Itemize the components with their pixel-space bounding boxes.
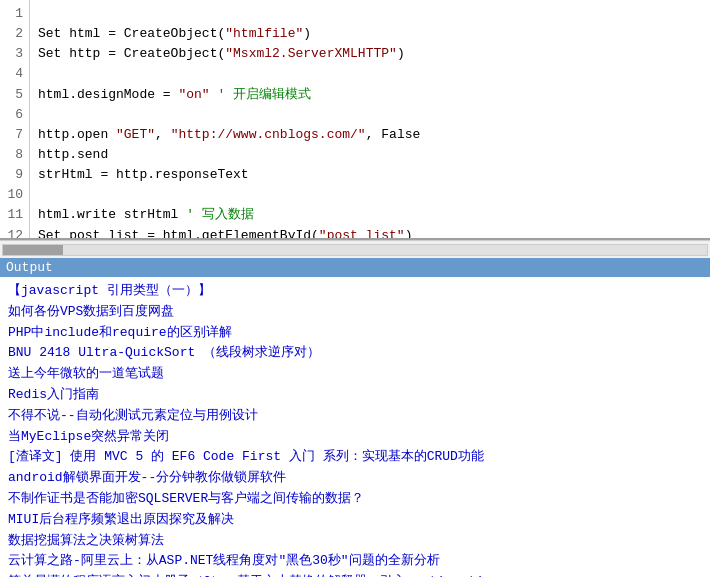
output-line: 不制作证书是否能加密SQLSERVER与客户端之间传输的数据？ <box>8 489 702 510</box>
horizontal-scrollbar[interactable] <box>0 240 710 258</box>
line-numbers: 1 2 3 4 5 6 7 8 9 10 11 12 13 14 15 <box>0 0 30 238</box>
output-line: MIUI后台程序频繁退出原因探究及解决 <box>8 510 702 531</box>
output-line: android解锁界面开发--分分钟教你做锁屏软件 <box>8 468 702 489</box>
scrollbar-track[interactable] <box>2 244 708 256</box>
output-line: 如何各份VPS数据到百度网盘 <box>8 302 702 323</box>
output-line: 送上今年微软的一道笔试题 <box>8 364 702 385</box>
output-line: BNU 2418 Ultra-QuickSort （线段树求逆序对） <box>8 343 702 364</box>
output-area[interactable]: 【javascript 引用类型（一）】如何各份VPS数据到百度网盘PHP中in… <box>0 277 710 577</box>
output-line: 不得不说--自动化测试元素定位与用例设计 <box>8 406 702 427</box>
output-line: [渣译文] 使用 MVC 5 的 EF6 Code First 入门 系列：实现… <box>8 447 702 468</box>
code-content[interactable]: Set html = CreateObject("htmlfile") Set … <box>30 0 710 238</box>
output-line: PHP中include和require的区别详解 <box>8 323 702 344</box>
code-editor: 1 2 3 4 5 6 7 8 9 10 11 12 13 14 15 Set … <box>0 0 710 240</box>
output-line: 云计算之路-阿里云上：从ASP.NET线程角度对"黑色30秒"问题的全新分析 <box>8 551 702 572</box>
output-line: 数据挖掘算法之决策树算法 <box>8 531 702 552</box>
output-line: 简单易懂的程序语言入门小册子（6）：基于文本替换的解释器，引入continuat… <box>8 572 702 577</box>
output-header: Output <box>0 258 710 277</box>
output-line: 当MyEclipse突然异常关闭 <box>8 427 702 448</box>
scrollbar-thumb[interactable] <box>3 245 63 255</box>
output-line: Redis入门指南 <box>8 385 702 406</box>
output-line: 【javascript 引用类型（一）】 <box>8 281 702 302</box>
